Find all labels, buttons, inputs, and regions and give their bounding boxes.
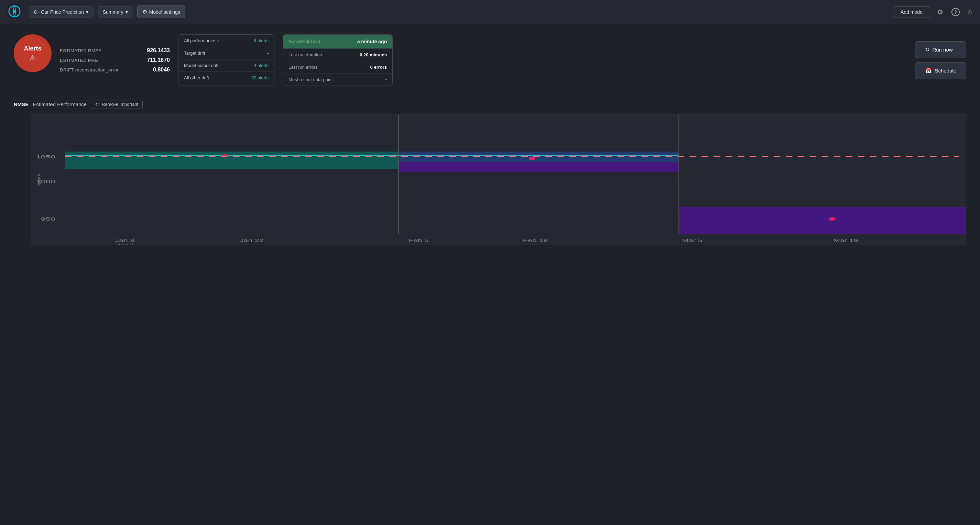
main-content: Alerts ⚠ ESTIMATED RMSE 926.1433 ESTIMAT… <box>0 24 980 255</box>
info-icon[interactable]: ℹ <box>217 38 219 43</box>
rmse-value: 926.1433 <box>147 48 170 54</box>
sliders-icon: ⚙ <box>142 9 147 15</box>
chart-section: RMSE Estimated Performance 🏷 Remove impo… <box>14 100 966 245</box>
schedule-label: Schedule <box>935 68 956 73</box>
run-status-time: a minute ago <box>357 39 387 44</box>
calendar-icon: 📅 <box>925 67 932 74</box>
last-run-duration-row: Last run duration 0.20 minutes <box>283 49 392 61</box>
add-model-label: Add model <box>900 9 924 15</box>
svg-text:Feb 19: Feb 19 <box>523 238 548 243</box>
svg-text:1050: 1050 <box>36 155 56 159</box>
metric-rmse-row: ESTIMATED RMSE 926.1433 <box>60 48 170 54</box>
svg-rect-9 <box>65 152 399 169</box>
help-icon: ? <box>951 8 960 16</box>
chart-title-sub: Estimated Performance <box>33 102 87 107</box>
svg-text:Mar 5: Mar 5 <box>682 238 703 243</box>
summary-label: Summary <box>103 9 123 15</box>
svg-text:Mar 19: Mar 19 <box>833 238 858 243</box>
help-icon-button[interactable]: ? <box>950 6 961 17</box>
y-axis-label: RMSE <box>38 174 42 186</box>
chart-wrapper: 1000 1050 950 <box>14 114 966 245</box>
chart-header: RMSE Estimated Performance 🏷 Remove impo… <box>14 100 966 109</box>
alerts-card[interactable]: Alerts ⚠ <box>14 34 52 72</box>
run-now-button[interactable]: ↻ Run now <box>915 41 966 58</box>
chevron-down-icon: ▾ <box>86 9 88 15</box>
mae-value: 711.1670 <box>147 57 170 63</box>
rmse-label: ESTIMATED RMSE <box>60 48 102 53</box>
last-run-errors-row: Last run errors 0 errors <box>283 61 392 73</box>
chart-container: 1000 1050 950 <box>31 114 966 245</box>
drift-label: DRIFT reconstruction_error <box>60 67 119 73</box>
svg-text:950: 950 <box>41 217 56 222</box>
most-recent-label: Most recent data point <box>288 77 333 82</box>
last-run-duration-value: 0.20 minutes <box>360 52 387 57</box>
target-drift-row: Target drift - <box>178 47 274 59</box>
last-run-duration-label: Last run duration <box>288 52 322 57</box>
gear-icon: ⚙ <box>937 8 943 16</box>
remove-important-label: Remove important <box>102 102 138 107</box>
settings-icon-button[interactable]: ⚙ <box>935 6 945 17</box>
metric-mae-row: ESTIMATED MAE 711.1670 <box>60 57 170 63</box>
summary-dropdown-button[interactable]: Summary ▾ <box>98 6 133 18</box>
chart-svg: 1000 1050 950 <box>31 115 966 245</box>
logo <box>7 4 25 20</box>
alert-icon: ⚠ <box>30 54 36 62</box>
model-settings-button[interactable]: ⚙ Model settings <box>137 5 185 18</box>
all-other-drift-alerts[interactable]: 22 alerts <box>251 75 269 80</box>
header-right: Add model ⚙ ? ⎋ <box>894 6 973 18</box>
run-now-icon: ↻ <box>925 46 929 53</box>
model-settings-label: Model settings <box>149 9 180 15</box>
header: 8 - Car Price Prediction ▾ Summary ▾ ⚙ M… <box>0 0 980 24</box>
summary-row: Alerts ⚠ ESTIMATED RMSE 926.1433 ESTIMAT… <box>14 34 966 86</box>
action-buttons: ↻ Run now 📅 Schedule <box>915 34 966 86</box>
all-other-drift-label: All other drift <box>184 75 209 80</box>
project-label: 8 - Car Price Prediction <box>34 9 84 15</box>
all-other-drift-row: All other drift 22 alerts <box>178 72 274 84</box>
svg-text:2017: 2017 <box>116 243 134 245</box>
chevron-down-icon: ▾ <box>126 9 128 15</box>
svg-rect-16 <box>679 207 966 235</box>
model-output-drift-alerts[interactable]: 4 alerts <box>254 63 269 68</box>
performance-card: All performance ℹ 6 alerts Target drift … <box>178 34 274 86</box>
alerts-label: Alerts <box>24 45 41 52</box>
add-model-button[interactable]: Add model <box>894 6 930 18</box>
svg-point-15 <box>528 157 535 160</box>
metrics-card: ESTIMATED RMSE 926.1433 ESTIMATED MAE 71… <box>60 34 170 86</box>
model-output-drift-row: Model output drift 4 alerts <box>178 59 274 72</box>
tag-icon: 🏷 <box>95 102 100 107</box>
logout-icon: ⎋ <box>968 9 972 16</box>
svg-text:Jan 22: Jan 22 <box>240 238 264 243</box>
all-performance-label: All performance ℹ <box>184 38 219 43</box>
schedule-button[interactable]: 📅 Schedule <box>915 62 966 79</box>
mae-label: ESTIMATED MAE <box>60 58 99 63</box>
chart-title-rmse: RMSE <box>14 102 29 107</box>
most-recent-row: Most recent data point - <box>283 73 392 86</box>
project-dropdown-button[interactable]: 8 - Car Price Prediction ▾ <box>29 6 94 18</box>
run-status-label: Successful run <box>288 39 320 44</box>
metric-drift-row: DRIFT reconstruction_error 0.8046 <box>60 67 170 73</box>
run-now-label: Run now <box>932 47 953 52</box>
target-drift-value: - <box>267 51 269 56</box>
last-run-errors-label: Last run errors <box>288 65 318 70</box>
run-status-bar: Successful run a minute ago <box>283 35 392 49</box>
most-recent-value: - <box>385 77 387 82</box>
all-performance-row: All performance ℹ 6 alerts <box>178 35 274 47</box>
svg-text:Jan 8: Jan 8 <box>115 238 134 243</box>
model-output-drift-label: Model output drift <box>184 63 218 68</box>
target-drift-label: Target drift <box>184 51 205 56</box>
logout-icon-button[interactable]: ⎋ <box>967 6 973 17</box>
svg-point-17 <box>829 217 835 220</box>
remove-important-button[interactable]: 🏷 Remove important <box>91 100 143 109</box>
all-performance-alerts[interactable]: 6 alerts <box>254 38 269 43</box>
svg-point-11 <box>221 154 228 157</box>
drift-value: 0.8046 <box>153 67 170 73</box>
svg-text:Feb 5: Feb 5 <box>408 238 429 243</box>
last-run-errors-value[interactable]: 0 errors <box>370 65 387 70</box>
run-status-card: Successful run a minute ago Last run dur… <box>283 34 393 86</box>
